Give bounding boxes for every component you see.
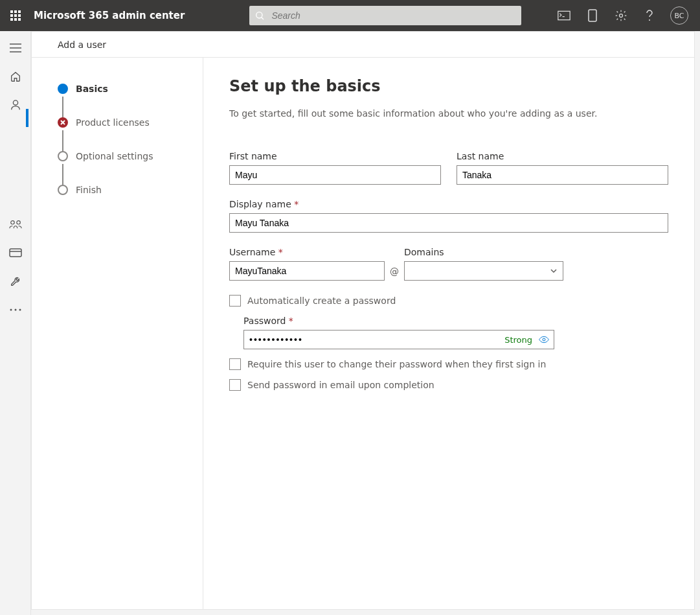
step-label: Finish [76, 185, 102, 195]
auto-password-row: Automatically create a password [229, 295, 668, 307]
password-field: Password * Strong [243, 316, 668, 349]
domains-label: Domains [404, 247, 563, 257]
shell-icon[interactable] [556, 8, 572, 23]
svg-point-9 [13, 100, 17, 105]
step-dot-empty-icon [58, 185, 68, 195]
setup-icon[interactable] [8, 273, 23, 289]
form-title: Set up the basics [229, 77, 668, 95]
home-icon[interactable] [8, 69, 23, 84]
active-indicator [26, 109, 28, 127]
top-header: Microsoft 365 admin center BC [0, 0, 700, 31]
billing-icon[interactable] [8, 245, 23, 261]
last-name-input[interactable] [457, 165, 668, 185]
chevron-down-icon [550, 267, 558, 275]
step-label: Basics [76, 84, 108, 94]
svg-point-19 [543, 338, 545, 341]
domains-select[interactable] [404, 261, 563, 281]
app-title: Microsoft 365 admin center [34, 10, 185, 21]
step-basics[interactable]: Basics [58, 84, 190, 94]
last-name-label: Last name [457, 151, 668, 161]
first-name-input[interactable] [229, 165, 441, 185]
groups-icon[interactable] [8, 216, 23, 232]
svg-point-14 [10, 309, 12, 311]
require-change-label: Require this user to change their passwo… [247, 359, 546, 369]
wizard-steps: Basics Product licenses Optional setting… [32, 58, 203, 609]
panel-header: Add a user [32, 32, 694, 58]
svg-point-5 [649, 19, 650, 21]
search-icon [254, 10, 265, 21]
password-label: Password * [243, 316, 668, 326]
domains-field: Domains [404, 247, 563, 281]
username-label: Username * [229, 247, 385, 257]
send-email-checkbox[interactable] [229, 379, 241, 391]
left-nav [0, 31, 31, 615]
auto-password-checkbox[interactable] [229, 295, 241, 307]
users-icon[interactable] [8, 97, 23, 113]
form-description: To get started, fill out some basic info… [229, 108, 668, 119]
step-optional-settings[interactable]: Optional settings [58, 151, 190, 161]
svg-point-15 [14, 309, 16, 311]
svg-rect-12 [10, 249, 21, 257]
last-name-field: Last name [457, 151, 668, 185]
panel-title: Add a user [58, 40, 106, 50]
svg-point-0 [256, 12, 262, 18]
step-dot-error-icon [58, 117, 68, 128]
display-name-label: Display name * [229, 199, 668, 209]
require-change-row: Require this user to change their passwo… [229, 358, 668, 370]
step-dot-empty-icon [58, 151, 68, 161]
username-field: Username * [229, 247, 385, 281]
step-dot-filled-icon [58, 84, 68, 94]
require-change-checkbox[interactable] [229, 358, 241, 370]
step-product-licenses[interactable]: Product licenses [58, 117, 190, 128]
svg-point-4 [620, 14, 623, 17]
mobile-icon[interactable] [585, 8, 600, 23]
more-icon[interactable] [8, 302, 23, 318]
auto-password-label: Automatically create a password [247, 296, 396, 306]
first-name-label: First name [229, 151, 441, 161]
step-finish[interactable]: Finish [58, 185, 190, 195]
svg-point-16 [19, 309, 21, 311]
main-panel: Add a user Basics Product licenses Optio… [31, 31, 695, 610]
send-email-label: Send password in email upon completion [247, 380, 435, 390]
search-box[interactable] [249, 6, 521, 25]
step-label: Optional settings [76, 151, 153, 161]
hamburger-icon[interactable] [8, 40, 23, 56]
step-label: Product licenses [76, 117, 150, 128]
account-avatar[interactable]: BC [670, 6, 688, 25]
app-launcher-icon[interactable] [6, 6, 25, 25]
display-name-input[interactable] [229, 213, 668, 233]
password-strength: Strong [504, 335, 532, 345]
svg-point-11 [16, 221, 19, 224]
svg-line-1 [262, 17, 264, 19]
search-input[interactable] [270, 10, 516, 21]
form-area: Set up the basics To get started, fill o… [203, 58, 694, 609]
first-name-field: First name [229, 151, 441, 185]
username-input[interactable] [229, 261, 385, 281]
settings-icon[interactable] [613, 8, 629, 23]
display-name-field: Display name * [229, 199, 668, 233]
help-icon[interactable] [642, 8, 657, 23]
svg-point-10 [10, 221, 14, 224]
svg-rect-2 [558, 11, 570, 19]
eye-icon[interactable] [539, 334, 549, 345]
search-container [249, 6, 521, 25]
svg-rect-3 [589, 10, 596, 21]
send-email-row: Send password in email upon completion [229, 379, 668, 391]
at-symbol: @ [390, 266, 399, 281]
topbar-actions: BC [556, 6, 694, 25]
